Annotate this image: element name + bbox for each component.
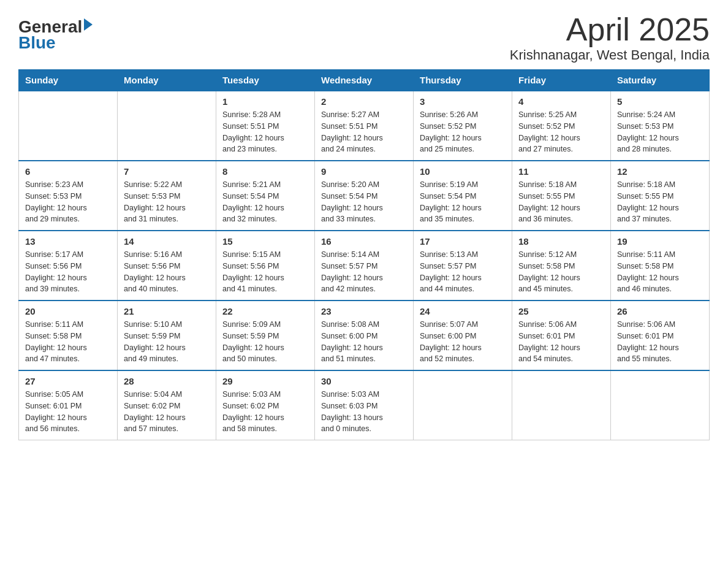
day-info: Sunrise: 5:24 AMSunset: 5:53 PMDaylight:… (617, 109, 703, 155)
day-info: Sunrise: 5:20 AMSunset: 5:54 PMDaylight:… (321, 179, 407, 225)
day-info: Sunrise: 5:03 AMSunset: 6:02 PMDaylight:… (222, 389, 308, 435)
day-info: Sunrise: 5:26 AMSunset: 5:52 PMDaylight:… (420, 109, 506, 155)
day-info: Sunrise: 5:05 AMSunset: 6:01 PMDaylight:… (25, 389, 111, 435)
day-number: 16 (321, 236, 407, 247)
day-number: 6 (25, 166, 111, 177)
day-info: Sunrise: 5:07 AMSunset: 6:00 PMDaylight:… (420, 319, 506, 365)
day-number: 17 (420, 236, 506, 247)
calendar-header-thursday: Thursday (414, 70, 512, 91)
calendar-cell: 5Sunrise: 5:24 AMSunset: 5:53 PMDaylight… (611, 91, 710, 161)
month-title: April 2025 (510, 12, 710, 47)
calendar-cell: 3Sunrise: 5:26 AMSunset: 5:52 PMDaylight… (414, 91, 512, 161)
calendar-header-tuesday: Tuesday (216, 70, 315, 91)
calendar-cell (19, 91, 118, 161)
calendar-cell: 28Sunrise: 5:04 AMSunset: 6:02 PMDayligh… (118, 370, 216, 440)
day-info: Sunrise: 5:15 AMSunset: 5:56 PMDaylight:… (222, 249, 308, 295)
day-number: 4 (518, 96, 604, 107)
day-info: Sunrise: 5:19 AMSunset: 5:54 PMDaylight:… (420, 179, 506, 225)
day-info: Sunrise: 5:22 AMSunset: 5:53 PMDaylight:… (124, 179, 210, 225)
day-number: 29 (222, 376, 308, 386)
calendar-cell: 6Sunrise: 5:23 AMSunset: 5:53 PMDaylight… (19, 161, 118, 231)
calendar-week-row: 13Sunrise: 5:17 AMSunset: 5:56 PMDayligh… (19, 231, 710, 301)
calendar-cell (414, 370, 512, 440)
day-info: Sunrise: 5:18 AMSunset: 5:55 PMDaylight:… (518, 179, 604, 225)
day-info: Sunrise: 5:03 AMSunset: 6:03 PMDaylight:… (321, 389, 407, 435)
calendar-table: SundayMondayTuesdayWednesdayThursdayFrid… (18, 69, 710, 440)
day-number: 5 (617, 96, 703, 107)
day-number: 7 (124, 166, 210, 177)
calendar-cell: 16Sunrise: 5:14 AMSunset: 5:57 PMDayligh… (315, 231, 414, 301)
calendar-header-sunday: Sunday (19, 70, 118, 91)
day-info: Sunrise: 5:16 AMSunset: 5:56 PMDaylight:… (124, 249, 210, 295)
calendar-cell: 21Sunrise: 5:10 AMSunset: 5:59 PMDayligh… (118, 301, 216, 370)
calendar-cell: 22Sunrise: 5:09 AMSunset: 5:59 PMDayligh… (216, 301, 315, 370)
day-number: 27 (25, 376, 111, 386)
calendar-week-row: 1Sunrise: 5:28 AMSunset: 5:51 PMDaylight… (19, 91, 710, 161)
day-info: Sunrise: 5:11 AMSunset: 5:58 PMDaylight:… (25, 319, 111, 365)
calendar-cell: 18Sunrise: 5:12 AMSunset: 5:58 PMDayligh… (512, 231, 611, 301)
calendar-cell: 10Sunrise: 5:19 AMSunset: 5:54 PMDayligh… (414, 161, 512, 231)
day-number: 30 (321, 376, 407, 386)
calendar-header-monday: Monday (118, 70, 216, 91)
calendar-cell: 7Sunrise: 5:22 AMSunset: 5:53 PMDaylight… (118, 161, 216, 231)
day-number: 22 (222, 306, 308, 316)
calendar-cell: 8Sunrise: 5:21 AMSunset: 5:54 PMDaylight… (216, 161, 315, 231)
logo-arrow-icon (84, 18, 93, 31)
day-info: Sunrise: 5:23 AMSunset: 5:53 PMDaylight:… (25, 179, 111, 225)
calendar-cell: 27Sunrise: 5:05 AMSunset: 6:01 PMDayligh… (19, 370, 118, 440)
day-number: 23 (321, 306, 407, 316)
day-number: 9 (321, 166, 407, 177)
calendar-cell: 29Sunrise: 5:03 AMSunset: 6:02 PMDayligh… (216, 370, 315, 440)
calendar-cell (611, 370, 710, 440)
day-info: Sunrise: 5:06 AMSunset: 6:01 PMDaylight:… (617, 319, 703, 365)
day-info: Sunrise: 5:25 AMSunset: 5:52 PMDaylight:… (518, 109, 604, 155)
day-number: 19 (617, 236, 703, 247)
calendar-cell: 19Sunrise: 5:11 AMSunset: 5:58 PMDayligh… (611, 231, 710, 301)
day-number: 21 (124, 306, 210, 316)
day-info: Sunrise: 5:04 AMSunset: 6:02 PMDaylight:… (124, 389, 210, 435)
day-number: 26 (617, 306, 703, 316)
calendar-cell: 24Sunrise: 5:07 AMSunset: 6:00 PMDayligh… (414, 301, 512, 370)
day-number: 11 (518, 166, 604, 177)
day-info: Sunrise: 5:06 AMSunset: 6:01 PMDaylight:… (518, 319, 604, 365)
logo-blue-text: Blue (18, 34, 56, 52)
calendar-week-row: 6Sunrise: 5:23 AMSunset: 5:53 PMDaylight… (19, 161, 710, 231)
day-number: 15 (222, 236, 308, 247)
day-number: 25 (518, 306, 604, 316)
calendar-cell: 15Sunrise: 5:15 AMSunset: 5:56 PMDayligh… (216, 231, 315, 301)
day-info: Sunrise: 5:10 AMSunset: 5:59 PMDaylight:… (124, 319, 210, 365)
day-info: Sunrise: 5:18 AMSunset: 5:55 PMDaylight:… (617, 179, 703, 225)
calendar-cell: 9Sunrise: 5:20 AMSunset: 5:54 PMDaylight… (315, 161, 414, 231)
calendar-cell: 1Sunrise: 5:28 AMSunset: 5:51 PMDaylight… (216, 91, 315, 161)
day-info: Sunrise: 5:13 AMSunset: 5:57 PMDaylight:… (420, 249, 506, 295)
calendar-cell: 20Sunrise: 5:11 AMSunset: 5:58 PMDayligh… (19, 301, 118, 370)
day-number: 8 (222, 166, 308, 177)
calendar-week-row: 27Sunrise: 5:05 AMSunset: 6:01 PMDayligh… (19, 370, 710, 440)
day-number: 24 (420, 306, 506, 316)
day-info: Sunrise: 5:08 AMSunset: 6:00 PMDaylight:… (321, 319, 407, 365)
calendar-cell: 25Sunrise: 5:06 AMSunset: 6:01 PMDayligh… (512, 301, 611, 370)
day-info: Sunrise: 5:11 AMSunset: 5:58 PMDaylight:… (617, 249, 703, 295)
calendar-cell: 12Sunrise: 5:18 AMSunset: 5:55 PMDayligh… (611, 161, 710, 231)
day-info: Sunrise: 5:27 AMSunset: 5:51 PMDaylight:… (321, 109, 407, 155)
day-number: 18 (518, 236, 604, 247)
calendar-cell: 11Sunrise: 5:18 AMSunset: 5:55 PMDayligh… (512, 161, 611, 231)
day-info: Sunrise: 5:12 AMSunset: 5:58 PMDaylight:… (518, 249, 604, 295)
day-info: Sunrise: 5:28 AMSunset: 5:51 PMDaylight:… (222, 109, 308, 155)
day-number: 10 (420, 166, 506, 177)
day-number: 20 (25, 306, 111, 316)
location-title: Krishnanagar, West Bengal, India (510, 47, 710, 63)
calendar-cell (118, 91, 216, 161)
title-block: April 2025 Krishnanagar, West Bengal, In… (510, 12, 710, 63)
calendar-header-wednesday: Wednesday (315, 70, 414, 91)
calendar-header-row: SundayMondayTuesdayWednesdayThursdayFrid… (19, 70, 710, 91)
day-number: 13 (25, 236, 111, 247)
day-number: 14 (124, 236, 210, 247)
calendar-cell (512, 370, 611, 440)
logo: General Blue (18, 18, 93, 52)
calendar-cell: 4Sunrise: 5:25 AMSunset: 5:52 PMDaylight… (512, 91, 611, 161)
day-info: Sunrise: 5:21 AMSunset: 5:54 PMDaylight:… (222, 179, 308, 225)
calendar-cell: 14Sunrise: 5:16 AMSunset: 5:56 PMDayligh… (118, 231, 216, 301)
day-info: Sunrise: 5:17 AMSunset: 5:56 PMDaylight:… (25, 249, 111, 295)
day-number: 2 (321, 96, 407, 107)
